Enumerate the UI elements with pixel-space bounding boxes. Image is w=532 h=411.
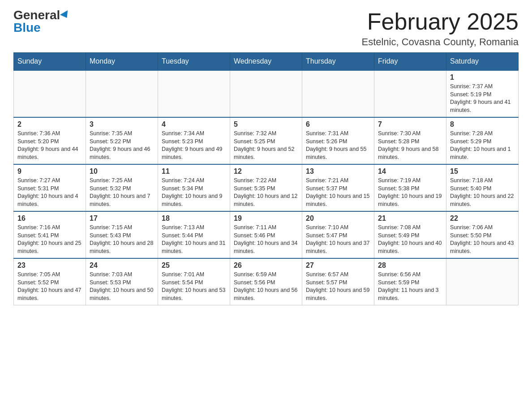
day-info: Sunrise: 7:28 AM Sunset: 5:29 PM Dayligh…	[450, 130, 511, 160]
day-number: 26	[234, 261, 298, 270]
logo-arrow-icon	[60, 10, 71, 20]
day-info: Sunrise: 7:22 AM Sunset: 5:35 PM Dayligh…	[234, 177, 297, 207]
calendar-cell: 22Sunrise: 7:06 AM Sunset: 5:50 PM Dayli…	[446, 211, 519, 258]
logo-general-text: General	[13, 9, 60, 21]
weekday-header-saturday: Saturday	[446, 53, 519, 71]
calendar-cell: 5Sunrise: 7:32 AM Sunset: 5:25 PM Daylig…	[230, 117, 302, 164]
day-info: Sunrise: 7:27 AM Sunset: 5:31 PM Dayligh…	[17, 177, 78, 207]
day-info: Sunrise: 7:01 AM Sunset: 5:54 PM Dayligh…	[162, 271, 225, 301]
day-number: 7	[378, 120, 442, 128]
calendar-cell: 2Sunrise: 7:36 AM Sunset: 5:20 PM Daylig…	[14, 117, 86, 164]
day-number: 22	[450, 214, 515, 223]
calendar-week-row: 9Sunrise: 7:27 AM Sunset: 5:31 PM Daylig…	[14, 164, 519, 211]
weekday-header-thursday: Thursday	[302, 53, 374, 71]
calendar-cell	[158, 70, 230, 117]
day-number: 5	[234, 120, 298, 128]
calendar-cell: 24Sunrise: 7:03 AM Sunset: 5:53 PM Dayli…	[86, 258, 158, 305]
calendar-cell: 7Sunrise: 7:30 AM Sunset: 5:28 PM Daylig…	[374, 117, 446, 164]
calendar-cell: 16Sunrise: 7:16 AM Sunset: 5:41 PM Dayli…	[14, 211, 86, 258]
calendar-cell: 8Sunrise: 7:28 AM Sunset: 5:29 PM Daylig…	[446, 117, 519, 164]
logo-blue-text: Blue	[13, 21, 41, 34]
calendar-cell: 19Sunrise: 7:11 AM Sunset: 5:46 PM Dayli…	[230, 211, 302, 258]
calendar-cell: 20Sunrise: 7:10 AM Sunset: 5:47 PM Dayli…	[302, 211, 374, 258]
day-info: Sunrise: 7:24 AM Sunset: 5:34 PM Dayligh…	[162, 177, 223, 207]
day-info: Sunrise: 7:10 AM Sunset: 5:47 PM Dayligh…	[306, 224, 369, 254]
calendar-cell: 1Sunrise: 7:37 AM Sunset: 5:19 PM Daylig…	[446, 70, 519, 117]
calendar-cell	[446, 258, 519, 305]
calendar-cell: 14Sunrise: 7:19 AM Sunset: 5:38 PM Dayli…	[374, 164, 446, 211]
day-number: 12	[234, 167, 298, 176]
calendar-cell: 6Sunrise: 7:31 AM Sunset: 5:26 PM Daylig…	[302, 117, 374, 164]
day-info: Sunrise: 7:34 AM Sunset: 5:23 PM Dayligh…	[162, 130, 223, 160]
day-number: 24	[90, 261, 154, 270]
calendar-header-row: SundayMondayTuesdayWednesdayThursdayFrid…	[14, 53, 519, 71]
day-info: Sunrise: 7:11 AM Sunset: 5:46 PM Dayligh…	[234, 224, 297, 254]
weekday-header-friday: Friday	[374, 53, 446, 71]
calendar-cell: 13Sunrise: 7:21 AM Sunset: 5:37 PM Dayli…	[302, 164, 374, 211]
day-info: Sunrise: 7:30 AM Sunset: 5:28 PM Dayligh…	[378, 130, 439, 160]
calendar-cell	[14, 70, 86, 117]
calendar-cell: 15Sunrise: 7:18 AM Sunset: 5:40 PM Dayli…	[446, 164, 519, 211]
calendar-week-row: 2Sunrise: 7:36 AM Sunset: 5:20 PM Daylig…	[14, 117, 519, 164]
weekday-header-wednesday: Wednesday	[230, 53, 302, 71]
day-number: 1	[450, 73, 515, 81]
day-info: Sunrise: 7:25 AM Sunset: 5:32 PM Dayligh…	[90, 177, 150, 207]
calendar-cell: 21Sunrise: 7:08 AM Sunset: 5:49 PM Dayli…	[374, 211, 446, 258]
day-number: 27	[306, 261, 370, 270]
logo: General Blue	[13, 9, 70, 34]
calendar-cell: 27Sunrise: 6:57 AM Sunset: 5:57 PM Dayli…	[302, 258, 374, 305]
day-number: 6	[306, 120, 370, 128]
location-title: Estelnic, Covasna County, Romania	[361, 36, 519, 48]
day-info: Sunrise: 6:59 AM Sunset: 5:56 PM Dayligh…	[234, 271, 297, 301]
calendar-table: SundayMondayTuesdayWednesdayThursdayFrid…	[13, 52, 519, 305]
day-info: Sunrise: 6:57 AM Sunset: 5:57 PM Dayligh…	[306, 271, 369, 301]
calendar-cell: 3Sunrise: 7:35 AM Sunset: 5:22 PM Daylig…	[86, 117, 158, 164]
day-number: 19	[234, 214, 298, 223]
weekday-header-sunday: Sunday	[14, 53, 86, 71]
day-number: 21	[378, 214, 442, 223]
day-info: Sunrise: 7:06 AM Sunset: 5:50 PM Dayligh…	[450, 224, 514, 254]
calendar-cell: 23Sunrise: 7:05 AM Sunset: 5:52 PM Dayli…	[14, 258, 86, 305]
calendar-cell	[86, 70, 158, 117]
day-info: Sunrise: 7:18 AM Sunset: 5:40 PM Dayligh…	[450, 177, 514, 207]
calendar-cell	[374, 70, 446, 117]
weekday-header-tuesday: Tuesday	[158, 53, 230, 71]
day-number: 13	[306, 167, 370, 176]
day-number: 17	[90, 214, 154, 223]
calendar-cell: 10Sunrise: 7:25 AM Sunset: 5:32 PM Dayli…	[86, 164, 158, 211]
day-number: 11	[162, 167, 226, 176]
day-info: Sunrise: 7:03 AM Sunset: 5:53 PM Dayligh…	[90, 271, 153, 301]
calendar-week-row: 16Sunrise: 7:16 AM Sunset: 5:41 PM Dayli…	[14, 211, 519, 258]
day-number: 9	[17, 167, 82, 176]
day-info: Sunrise: 7:36 AM Sunset: 5:20 PM Dayligh…	[17, 130, 78, 160]
day-info: Sunrise: 7:37 AM Sunset: 5:19 PM Dayligh…	[450, 83, 511, 113]
day-number: 3	[90, 120, 154, 128]
day-number: 8	[450, 120, 515, 128]
day-info: Sunrise: 7:31 AM Sunset: 5:26 PM Dayligh…	[306, 130, 367, 160]
calendar-cell	[302, 70, 374, 117]
day-info: Sunrise: 7:15 AM Sunset: 5:43 PM Dayligh…	[90, 224, 153, 254]
day-info: Sunrise: 7:21 AM Sunset: 5:37 PM Dayligh…	[306, 177, 369, 207]
day-number: 15	[450, 167, 515, 176]
day-number: 14	[378, 167, 442, 176]
weekday-header-monday: Monday	[86, 53, 158, 71]
day-number: 25	[162, 261, 226, 270]
day-info: Sunrise: 7:19 AM Sunset: 5:38 PM Dayligh…	[378, 177, 442, 207]
page-header: General Blue February 2025 Estelnic, Cov…	[13, 9, 519, 48]
day-number: 2	[17, 120, 82, 128]
month-title: February 2025	[361, 9, 519, 34]
calendar-cell: 25Sunrise: 7:01 AM Sunset: 5:54 PM Dayli…	[158, 258, 230, 305]
day-number: 20	[306, 214, 370, 223]
day-number: 16	[17, 214, 82, 223]
calendar-week-row: 23Sunrise: 7:05 AM Sunset: 5:52 PM Dayli…	[14, 258, 519, 305]
day-info: Sunrise: 7:13 AM Sunset: 5:44 PM Dayligh…	[162, 224, 225, 254]
calendar-cell	[230, 70, 302, 117]
day-info: Sunrise: 7:35 AM Sunset: 5:22 PM Dayligh…	[90, 130, 150, 160]
day-number: 23	[17, 261, 82, 270]
calendar-cell: 9Sunrise: 7:27 AM Sunset: 5:31 PM Daylig…	[14, 164, 86, 211]
calendar-cell: 17Sunrise: 7:15 AM Sunset: 5:43 PM Dayli…	[86, 211, 158, 258]
day-info: Sunrise: 7:05 AM Sunset: 5:52 PM Dayligh…	[17, 271, 81, 301]
calendar-cell: 26Sunrise: 6:59 AM Sunset: 5:56 PM Dayli…	[230, 258, 302, 305]
calendar-cell: 11Sunrise: 7:24 AM Sunset: 5:34 PM Dayli…	[158, 164, 230, 211]
calendar-cell: 12Sunrise: 7:22 AM Sunset: 5:35 PM Dayli…	[230, 164, 302, 211]
